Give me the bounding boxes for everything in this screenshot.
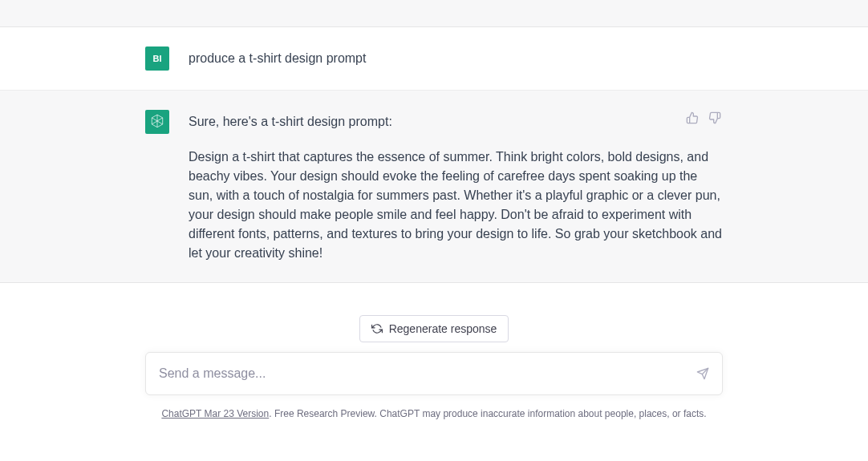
assistant-avatar [145, 110, 169, 134]
bottom-area: Regenerate response ChatGPT Mar 23 Versi… [0, 283, 868, 437]
assistant-intro-text: Sure, here's a t-shirt design prompt: [189, 112, 723, 131]
assistant-body-text: Design a t-shirt that captures the essen… [189, 148, 723, 263]
send-icon [696, 367, 709, 380]
user-message-content: produce a t-shirt design prompt [189, 47, 723, 71]
feedback-buttons [684, 110, 723, 126]
footer-disclaimer: . Free Research Preview. ChatGPT may pro… [269, 408, 706, 419]
top-bar [0, 0, 868, 27]
send-button[interactable] [693, 364, 712, 383]
message-input[interactable] [159, 366, 683, 381]
user-message-text: produce a t-shirt design prompt [189, 49, 723, 68]
assistant-message-content: Sure, here's a t-shirt design prompt: De… [189, 110, 723, 263]
thumbs-down-icon [708, 111, 721, 124]
regenerate-label: Regenerate response [389, 322, 497, 335]
user-message-row: BI produce a t-shirt design prompt [0, 27, 868, 91]
thumbs-down-button[interactable] [707, 110, 723, 126]
openai-logo-icon [148, 113, 166, 131]
footer-text: ChatGPT Mar 23 Version. Free Research Pr… [145, 406, 723, 421]
message-input-box[interactable] [145, 352, 723, 395]
thumbs-up-icon [686, 111, 699, 124]
user-avatar: BI [145, 47, 169, 71]
thumbs-up-button[interactable] [684, 110, 700, 126]
assistant-message-row: Sure, here's a t-shirt design prompt: De… [0, 91, 868, 283]
regenerate-button[interactable]: Regenerate response [359, 315, 509, 342]
user-avatar-text: BI [153, 52, 162, 66]
version-link[interactable]: ChatGPT Mar 23 Version [161, 408, 269, 419]
regenerate-icon [371, 323, 383, 334]
